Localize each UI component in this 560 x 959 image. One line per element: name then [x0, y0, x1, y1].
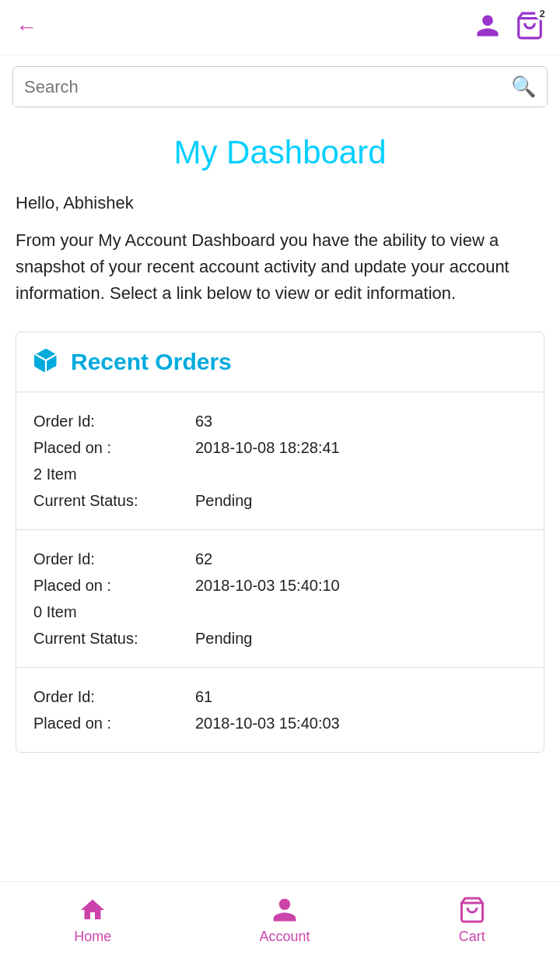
cart-icon-wrapper: 2	[515, 11, 544, 44]
search-icon[interactable]: 🔍	[511, 75, 536, 99]
order-items-2: 0 Item	[33, 599, 527, 625]
orders-section-title: Recent Orders	[71, 349, 232, 375]
back-button[interactable]: ←	[16, 15, 37, 40]
placed-on-label-2: Placed on :	[33, 572, 189, 599]
order-card: Order Id: 63 Placed on : 2018-10-08 18:2…	[16, 392, 544, 530]
header-left: ←	[16, 15, 37, 40]
nav-home[interactable]: Home	[74, 896, 111, 945]
search-bar: 🔍	[12, 66, 548, 107]
nav-cart[interactable]: Cart	[458, 896, 486, 945]
search-input[interactable]	[24, 77, 511, 97]
orders-header: Recent Orders	[16, 332, 544, 392]
status-label-1: Current Status:	[33, 487, 189, 514]
nav-cart-label: Cart	[459, 929, 485, 945]
greeting-text: Hello, Abhishek	[16, 193, 544, 213]
nav-home-label: Home	[74, 929, 111, 945]
placed-on-label-1: Placed on :	[33, 434, 189, 461]
user-icon-wrapper	[474, 12, 501, 42]
nav-account-label: Account	[259, 929, 310, 945]
order-id-value-2: 62	[195, 546, 212, 572]
placed-on-value-2: 2018-10-03 15:40:10	[195, 572, 340, 599]
order-card: Order Id: 61 Placed on : 2018-10-03 15:4…	[16, 668, 544, 752]
nav-account[interactable]: Account	[259, 896, 310, 945]
bottom-nav: Home Account Cart	[0, 881, 560, 959]
header: ← 2	[0, 0, 560, 55]
page-title: My Dashboard	[16, 134, 544, 171]
header-right: 2	[474, 11, 544, 44]
order-id-label-1: Order Id:	[33, 408, 189, 434]
order-id-label-3: Order Id:	[33, 683, 189, 710]
status-label-2: Current Status:	[33, 625, 189, 652]
order-card: Order Id: 62 Placed on : 2018-10-03 15:4…	[16, 530, 544, 668]
order-id-label-2: Order Id:	[33, 546, 189, 572]
box-icon	[32, 346, 60, 378]
order-items-1: 2 Item	[33, 461, 527, 487]
status-value-2: Pending	[195, 625, 252, 652]
description-text: From your My Account Dashboard you have …	[16, 227, 544, 307]
cart-icon[interactable]	[515, 30, 544, 43]
main-content: My Dashboard Hello, Abhishek From your M…	[0, 118, 560, 831]
placed-on-value-3: 2018-10-03 15:40:03	[195, 710, 340, 736]
cart-badge: 2	[535, 6, 549, 20]
status-value-1: Pending	[195, 487, 252, 514]
user-icon[interactable]	[474, 28, 501, 41]
order-id-value-3: 61	[195, 683, 212, 710]
orders-section: Recent Orders Order Id: 63 Placed on : 2…	[16, 332, 544, 753]
placed-on-value-1: 2018-10-08 18:28:41	[195, 434, 340, 461]
order-id-value-1: 63	[195, 408, 212, 434]
placed-on-label-3: Placed on :	[33, 710, 189, 736]
